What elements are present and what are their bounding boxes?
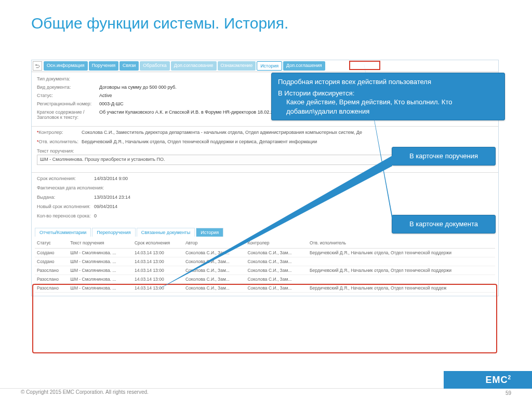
value-ispolnitel: Бердичевский Д.Я., Начальник отдела, Отд… xyxy=(82,139,317,144)
table-cell: 14.03.14 13:00 xyxy=(132,284,183,293)
svg-marker-1 xyxy=(364,62,392,221)
tab-dop-sogl[interactable]: Доп.согласование xyxy=(171,61,217,71)
tab-svyazi[interactable]: Связи xyxy=(119,61,139,71)
label-fakt: Фактическая дата исполнения: xyxy=(37,185,104,190)
subtab-pereporuch[interactable]: Перепоручения xyxy=(92,228,135,237)
table-row[interactable]: РазосланоШМ - Смолянинова. ...14.03.14 1… xyxy=(35,284,495,293)
table-cell: Бердичевский Д.Я., Начальник отдела, Отд… xyxy=(308,284,495,293)
table-cell: 14.03.14 13:00 xyxy=(132,275,183,284)
th-kontroler[interactable]: Контролер xyxy=(245,238,308,249)
tab-dop-sogl2[interactable]: Доп.соглашения xyxy=(283,61,325,71)
value-newsrok: 09/04/2014 xyxy=(94,204,117,209)
table-cell: ШМ - Смолянинова. ... xyxy=(68,266,132,275)
subtab-svyaz-doc[interactable]: Связанные документы xyxy=(137,228,195,237)
table-cell xyxy=(308,257,495,266)
table-cell: Соколова С.И., Зам... xyxy=(183,249,246,257)
history-table: Статус Текст поручения Срок исполнения А… xyxy=(35,238,495,293)
table-cell: Создано xyxy=(35,257,68,266)
callout-c2-text: В карточке документа xyxy=(409,220,478,228)
callout-c1-text: В карточке поручения xyxy=(409,152,478,160)
subtab-istoriya[interactable]: История xyxy=(196,228,223,237)
tab-porucheniya[interactable]: Поручения xyxy=(89,61,118,71)
table-cell: ШМ - Смолянинова. ... xyxy=(68,284,132,293)
tab-oznakom[interactable]: Ознакомление xyxy=(218,61,256,71)
tab-obrabotka[interactable]: Обработка xyxy=(140,61,169,71)
back-icon[interactable]: ⮌ xyxy=(33,61,42,71)
label-tip: Тип документа: xyxy=(37,76,99,81)
value-vid: Договоры на сумму до 500 000 руб. xyxy=(99,85,177,90)
page-number: 59 xyxy=(506,390,511,396)
label-task-text: Текст поручения: xyxy=(37,148,78,154)
table-cell: 14.03.14 13:00 xyxy=(132,266,183,275)
table-row[interactable]: РазосланоШМ - Смолянинова. ...14.03.14 1… xyxy=(35,266,495,275)
table-cell: ШМ - Смолянинова. ... xyxy=(68,249,132,257)
table-cell: Соколова С.И., Зам... xyxy=(245,284,308,293)
table-cell: Создано xyxy=(35,249,68,257)
label-status: Статус: xyxy=(37,93,99,98)
table-cell: ШМ - Смолянинова. ... xyxy=(68,257,132,266)
callout-card-doc: В карточке документа xyxy=(392,215,496,234)
label-srok: Срок исполнения: xyxy=(37,176,94,181)
label-kontroler: Контролер: xyxy=(39,130,81,135)
table-cell: Разослано xyxy=(35,266,68,275)
main-tabs: ⮌ Осн.информация Поручения Связи Обработ… xyxy=(32,60,498,72)
table-cell: Бердичевский Д.Я., Начальник отдела, Отд… xyxy=(308,249,495,257)
th-status[interactable]: Статус xyxy=(35,238,68,249)
value-kontroler: Соколова С.И., Заместитель директора деп… xyxy=(82,130,362,135)
value-srok: 14/03/2014 9:00 xyxy=(94,176,128,181)
copyright-text: © Copyright 2015 EMC Corporation. All ri… xyxy=(21,389,149,395)
slide-title: Общие функции системы. История. xyxy=(0,0,532,32)
table-cell: Разослано xyxy=(35,284,68,293)
tab-osn[interactable]: Осн.информация xyxy=(44,61,88,71)
table-row[interactable]: СозданоШМ - Смолянинова. ...14.03.14 13:… xyxy=(35,249,495,257)
value-kratko: Об участии Кулаковского А.К. и Спасской … xyxy=(99,109,281,120)
label-kratko: Краткое содержание / Заголовок к тексту: xyxy=(37,109,99,120)
callout-card-task: В карточке поручения xyxy=(392,147,496,166)
table-row[interactable]: СозданоШМ - Смолянинова. ...14.03.14 13:… xyxy=(35,257,495,266)
table-cell: Соколова С.И., Зам... xyxy=(245,249,308,257)
label-newsrok: Новый срок исполнения: xyxy=(37,204,94,209)
table-cell: 14.03.14 13:00 xyxy=(132,249,183,257)
th-srok[interactable]: Срок исполнения xyxy=(132,238,183,249)
table-cell: Разослано xyxy=(35,275,68,284)
table-cell: 14.03.14 13:00 xyxy=(132,257,183,266)
table-row[interactable]: РазосланоШМ - Смолянинова. ...14.03.14 1… xyxy=(35,275,495,284)
table-cell: Соколова С.И., Зам... xyxy=(183,284,246,293)
footer: EMC2 © Copyright 2015 EMC Corporation. A… xyxy=(0,373,532,398)
table-cell: Соколова С.И., Зам... xyxy=(245,257,308,266)
label-kolvo: Кол-во переносов срока: xyxy=(37,213,94,218)
value-regnum: 0003-Д-ШС xyxy=(99,101,124,106)
subtab-otchety[interactable]: Отчеты/Комментарии xyxy=(35,228,91,237)
table-cell: Соколова С.И., Зам... xyxy=(183,275,246,284)
label-vid: Вид документа: xyxy=(37,85,99,90)
table-cell: Бердичевский Д.Я., Начальник отдела, Отд… xyxy=(308,266,495,275)
label-vydana: Выдана: xyxy=(37,195,94,200)
label-regnum: Регистрационный номер: xyxy=(37,101,99,106)
table-cell: ШМ - Смолянинова. ... xyxy=(68,275,132,284)
brand-logo: EMC2 xyxy=(485,375,511,386)
th-ispolnitel[interactable]: Отв. исполнитель xyxy=(308,238,495,249)
th-text[interactable]: Текст поручения xyxy=(68,238,132,249)
label-ispolnitel: Отв. исполнитель: xyxy=(39,139,81,144)
table-cell: Соколова С.И., Зам... xyxy=(245,266,308,275)
table-cell: Соколова С.И., Зам... xyxy=(245,275,308,284)
tab-istoriya[interactable]: История xyxy=(257,61,282,71)
value-vydana: 13/03/2014 23:14 xyxy=(94,195,130,200)
value-kolvo: 0 xyxy=(94,213,97,218)
table-cell xyxy=(308,275,495,284)
value-status: Active xyxy=(99,93,112,98)
callout-c2-tail xyxy=(364,60,395,221)
